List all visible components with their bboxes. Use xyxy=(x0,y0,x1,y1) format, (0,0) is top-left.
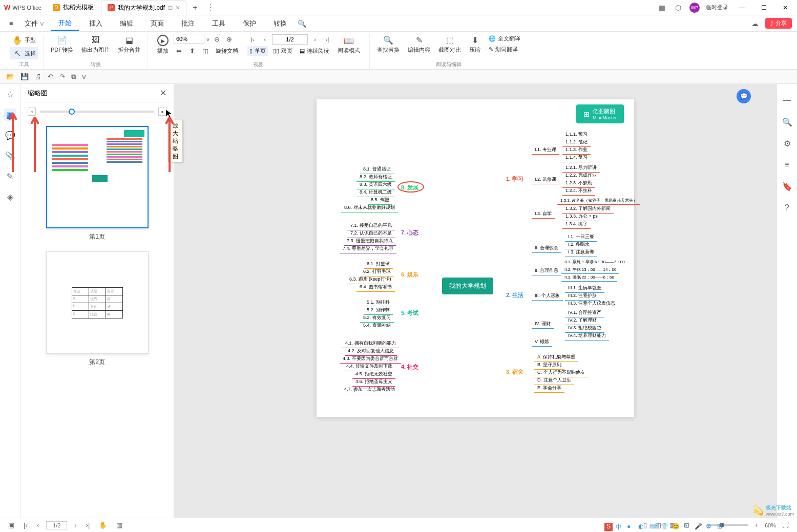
close-panel-icon[interactable]: ✕ xyxy=(160,88,166,98)
copy-icon[interactable]: ⧉ xyxy=(71,73,76,81)
compress-button[interactable]: ⬇压缩 xyxy=(467,34,483,55)
ime-icon[interactable]: 中 xyxy=(616,523,624,531)
rotate-button[interactable]: 旋转文档 xyxy=(214,46,240,56)
zoom-out-icon[interactable]: ⊖ xyxy=(212,34,222,44)
cloud-icon[interactable]: ☁ xyxy=(750,18,760,29)
print-icon[interactable]: 🖨 xyxy=(35,73,41,80)
edit-content-button[interactable]: ✎编辑内容 xyxy=(406,34,432,55)
settings-icon[interactable]: ⚙ xyxy=(781,137,793,150)
help-icon[interactable]: ? xyxy=(781,202,793,214)
cube-icon[interactable]: ⬡ xyxy=(673,3,683,13)
hamburger-icon[interactable]: ≡ xyxy=(5,17,17,29)
tab-menu-icon[interactable]: ⋮ xyxy=(203,3,218,12)
zoom-input[interactable] xyxy=(174,34,204,44)
thumbnail-page-2[interactable]: 专业成绩备注 A优秀好 B文化好 C综合略 第2页 xyxy=(28,251,166,367)
tab-document[interactable]: P 我的大学规划.pdf ⊡ × xyxy=(101,1,186,15)
find-replace-button[interactable]: 🔍查找替换 xyxy=(375,34,402,55)
prev-page-icon[interactable]: ‹ xyxy=(260,34,270,45)
tray-icon-5[interactable]: 😊 xyxy=(672,523,680,531)
menu-convert[interactable]: 转换 xyxy=(266,17,294,30)
tray-icon-9[interactable]: ⊞ xyxy=(717,523,725,531)
attachment-icon[interactable]: 📎 xyxy=(4,150,16,162)
play-button[interactable]: ▸播放 xyxy=(155,34,171,56)
add-tab-button[interactable]: + xyxy=(187,3,202,12)
tray-icon-3[interactable]: ⌨ xyxy=(649,523,658,531)
document-viewport[interactable]: 💬 ⊞ 亿图脑图MindMaster 我的大学规划 1. 学习 I.1. 专业课… xyxy=(174,84,777,518)
tray-icon-6[interactable]: ✎ xyxy=(683,523,691,531)
actual-size-icon[interactable]: ◫ xyxy=(200,46,211,56)
hand-tool-button[interactable]: ✋手型 xyxy=(10,34,38,46)
hand-bb-icon[interactable]: ✋ xyxy=(97,521,109,529)
thumbnail-page-1[interactable]: 第1页 xyxy=(28,126,166,241)
last-page-icon[interactable]: ›| xyxy=(322,34,332,45)
menu-annotate[interactable]: 批注 xyxy=(174,17,202,30)
chevron-down-icon[interactable]: ⅴ xyxy=(82,73,86,80)
redo-icon[interactable]: ↷ xyxy=(59,73,65,80)
read-mode-button[interactable]: 📖阅读模式 xyxy=(335,34,362,55)
last-page-bb-icon[interactable]: ›| xyxy=(84,521,92,529)
sogou-icon[interactable]: S xyxy=(604,523,613,531)
maximize-button[interactable]: ☐ xyxy=(756,2,771,14)
prev-page-bb-icon[interactable]: ‹ xyxy=(35,521,41,529)
tray-icon-1[interactable]: ● xyxy=(627,523,635,531)
first-page-bb-icon[interactable]: |‹ xyxy=(22,521,30,529)
fulltext-translate-button[interactable]: 🌐 全文翻译 xyxy=(487,34,522,44)
login-status[interactable]: 临时登录 xyxy=(706,4,728,11)
next-page-bb-icon[interactable]: › xyxy=(72,521,78,529)
menu-start[interactable]: 开始 xyxy=(51,16,79,31)
bookmark-side-icon[interactable]: 🔖 xyxy=(781,180,793,193)
menu-tool[interactable]: 工具 xyxy=(205,17,233,30)
continuous-button[interactable]: ⬓ 连续阅读 xyxy=(298,46,331,56)
tray-icon-8[interactable]: ⚙ xyxy=(706,523,714,531)
fullscreen-icon[interactable]: ⛶ xyxy=(780,521,791,529)
page-input[interactable] xyxy=(272,34,308,45)
menu-protect[interactable]: 保护 xyxy=(236,17,263,30)
select-tool-button[interactable]: ↖选择 xyxy=(10,47,38,59)
split-merge-button[interactable]: ⬓拆分合并 xyxy=(116,34,142,55)
layers-icon[interactable]: ◈ xyxy=(4,190,16,203)
layout-icon[interactable]: ▦ xyxy=(657,3,667,13)
undo-icon[interactable]: ↶ xyxy=(48,73,53,80)
thumbnail-icon[interactable]: ▦ xyxy=(4,109,16,121)
zoom-value[interactable]: 60% xyxy=(765,522,776,528)
word-translate-button[interactable]: ✎ 划词翻译 xyxy=(487,45,522,54)
pdf-convert-button[interactable]: 📄PDF转换 xyxy=(49,34,75,55)
menu-page[interactable]: 页面 xyxy=(143,17,171,30)
single-page-button[interactable]: ▯ 单页 xyxy=(247,46,268,56)
thumb-zoom-slider[interactable] xyxy=(40,111,154,113)
first-page-icon[interactable]: |‹ xyxy=(247,34,258,45)
open-icon[interactable]: 📂 xyxy=(6,73,14,80)
tray-icon-2[interactable]: ◐ xyxy=(638,523,646,531)
search-side-icon[interactable]: 🔍 xyxy=(781,116,793,128)
screenshot-compare-button[interactable]: ⬚截图对比 xyxy=(436,34,463,55)
close-window-button[interactable]: ✕ xyxy=(778,2,793,14)
comment-icon[interactable]: 💬 xyxy=(4,129,16,141)
double-page-button[interactable]: ▯▯ 双页 xyxy=(271,46,295,56)
next-page-icon[interactable]: › xyxy=(310,34,320,45)
minimize-button[interactable]: — xyxy=(735,2,750,14)
share-button[interactable]: ⤴ 分享 xyxy=(765,18,792,29)
zoom-in-thumb-icon[interactable]: ▪ xyxy=(158,108,166,116)
sidebar-toggle-icon[interactable]: ▣ xyxy=(6,521,16,529)
slider-handle[interactable] xyxy=(69,109,75,115)
search-icon[interactable]: 🔍 xyxy=(297,18,307,29)
signature-icon[interactable]: ✎ xyxy=(4,170,16,182)
zoom-in-icon[interactable]: ⊕ xyxy=(224,34,234,44)
menu-insert[interactable]: 插入 xyxy=(82,17,110,30)
filter-icon[interactable]: ≡ xyxy=(781,159,793,171)
minus-icon[interactable]: — xyxy=(781,94,793,107)
export-image-button[interactable]: 🖼输出为图片 xyxy=(79,34,112,55)
layout-bb-icon[interactable]: ▦ xyxy=(114,521,124,529)
fit-width-icon[interactable]: ⬌ xyxy=(174,46,184,56)
tab-template[interactable]: D 找稻壳模板 xyxy=(47,1,100,15)
zoom-in-bb-icon[interactable]: + xyxy=(752,521,761,529)
page-indicator[interactable]: 1/2 xyxy=(46,521,67,529)
zoom-out-thumb-icon[interactable]: ▫ xyxy=(28,108,36,116)
bookmark-icon[interactable]: ☆ xyxy=(4,88,16,100)
file-menu[interactable]: 文件 ⅴ xyxy=(20,17,48,30)
avatar[interactable]: WP xyxy=(689,3,700,13)
close-icon[interactable]: × xyxy=(176,4,180,12)
menu-edit[interactable]: 编辑 xyxy=(113,17,140,30)
tray-icon-4[interactable]: 👕 xyxy=(661,523,669,531)
tab-pin-icon[interactable]: ⊡ xyxy=(168,5,173,11)
